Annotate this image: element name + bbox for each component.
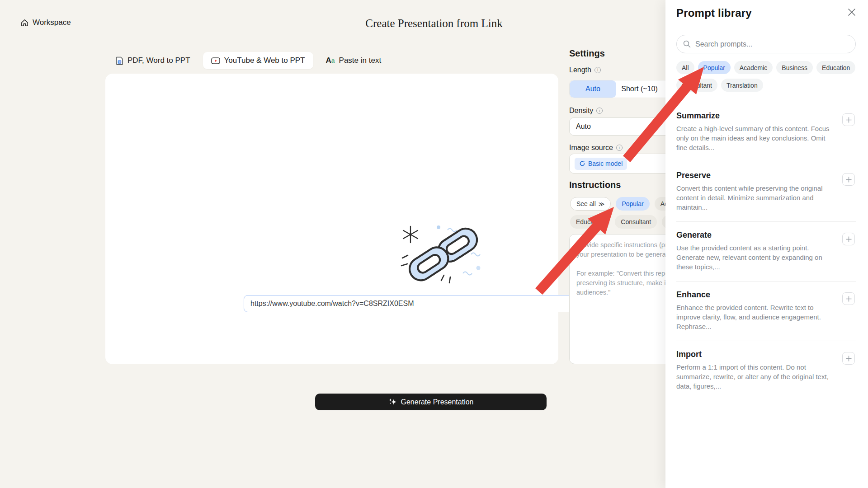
tab-label: YouTube & Web to PPT bbox=[224, 56, 305, 65]
filter-business[interactable]: Business bbox=[776, 61, 813, 74]
textarea-placeholder: Provide specific instructions (pre your … bbox=[576, 240, 675, 259]
svg-text:w: w bbox=[118, 61, 121, 63]
instructions-heading: Instructions bbox=[569, 180, 621, 190]
length-option-short[interactable]: Short (~10) bbox=[616, 80, 663, 98]
text-icon: Aa bbox=[326, 56, 335, 65]
prompt-search[interactable] bbox=[676, 35, 856, 53]
image-source-label: Image source bbox=[569, 144, 623, 152]
tab-youtube-web[interactable]: YouTube & Web to PPT bbox=[203, 52, 313, 69]
word-doc-icon: w bbox=[116, 56, 123, 65]
search-icon bbox=[683, 40, 691, 48]
prompt-description: Perform a 1:1 import of this content. Do… bbox=[676, 362, 834, 391]
link-illustration bbox=[397, 223, 483, 288]
info-icon[interactable] bbox=[594, 67, 601, 73]
prompt-item-enhance[interactable]: Enhance Enhance the provided content. Re… bbox=[676, 282, 856, 341]
sparkle-icon bbox=[388, 398, 397, 406]
prompt-library-panel: Prompt library All Popular Academic Busi… bbox=[665, 0, 868, 488]
length-label: Length bbox=[569, 66, 601, 74]
prompt-item-generate[interactable]: Generate Use the provided content as a s… bbox=[676, 222, 856, 282]
sparkle-icon bbox=[403, 226, 418, 243]
prompt-title: Summarize bbox=[676, 111, 856, 121]
settings-heading: Settings bbox=[569, 48, 605, 59]
plus-icon bbox=[846, 356, 852, 361]
filter-translation[interactable]: Translation bbox=[721, 79, 763, 92]
filter-education[interactable]: Education bbox=[816, 61, 855, 74]
prompt-description: Create a high-level summary of this cont… bbox=[676, 124, 834, 152]
add-prompt-button[interactable] bbox=[842, 292, 855, 305]
plus-icon bbox=[846, 296, 852, 302]
filter-academic[interactable]: Academic bbox=[734, 61, 773, 74]
instructions-popular-chip[interactable]: Popular bbox=[616, 197, 649, 211]
add-prompt-button[interactable] bbox=[842, 233, 855, 245]
info-icon[interactable] bbox=[616, 145, 623, 151]
tab-label: Paste in text bbox=[339, 56, 382, 65]
see-all-chevrons: ≫ bbox=[599, 201, 605, 207]
textarea-placeholder: For example: "Convert this repor preserv… bbox=[576, 269, 675, 297]
plus-icon bbox=[846, 117, 852, 123]
density-label: Density bbox=[569, 107, 603, 115]
prompt-description: Convert this content while preserving th… bbox=[676, 183, 834, 212]
source-tabs: w PDF, Word to PPT YouTube & Web to PPT … bbox=[108, 52, 389, 69]
instructions-consultant-chip[interactable]: Consultant bbox=[615, 215, 657, 229]
link-input-card bbox=[105, 74, 558, 364]
prompt-title: Enhance bbox=[676, 290, 856, 300]
prompt-item-preserve[interactable]: Preserve Convert this content while pres… bbox=[676, 162, 856, 222]
plus-icon bbox=[846, 177, 852, 183]
prompt-item-summarize[interactable]: Summarize Create a high-level summary of… bbox=[676, 103, 856, 162]
generate-button-label: Generate Presentation bbox=[401, 398, 474, 406]
youtube-icon bbox=[211, 57, 220, 64]
prompt-filters: All Popular Academic Business Education … bbox=[676, 61, 856, 92]
prompt-library-title: Prompt library bbox=[676, 7, 856, 19]
length-option-auto[interactable]: Auto bbox=[570, 80, 616, 98]
tab-paste-text[interactable]: Aa Paste in text bbox=[318, 52, 390, 69]
add-prompt-button[interactable] bbox=[842, 352, 855, 365]
add-prompt-button[interactable] bbox=[842, 113, 855, 126]
generate-presentation-button[interactable]: Generate Presentation bbox=[315, 394, 547, 410]
filter-consultant[interactable]: Consultant bbox=[676, 79, 717, 92]
prompt-title: Generate bbox=[676, 230, 856, 240]
model-chip: Basic model bbox=[575, 158, 627, 170]
info-icon[interactable] bbox=[596, 108, 603, 114]
add-prompt-button[interactable] bbox=[842, 173, 855, 186]
filter-all[interactable]: All bbox=[676, 61, 694, 74]
prompt-library-popular-filter[interactable]: Popular bbox=[698, 61, 731, 74]
prompt-description: Use the provided content as a starting p… bbox=[676, 243, 834, 272]
prompt-item-import[interactable]: Import Perform a 1:1 import of this cont… bbox=[676, 341, 856, 400]
see-all-button[interactable]: See all ≫ bbox=[570, 197, 611, 211]
close-icon[interactable] bbox=[847, 8, 856, 17]
tab-label: PDF, Word to PPT bbox=[127, 56, 190, 65]
prompt-list: Summarize Create a high-level summary of… bbox=[676, 103, 856, 400]
tab-pdf-word[interactable]: w PDF, Word to PPT bbox=[108, 52, 198, 69]
prompt-title: Preserve bbox=[676, 171, 856, 180]
search-input[interactable] bbox=[695, 40, 849, 48]
model-icon bbox=[579, 160, 585, 167]
prompt-description: Enhance the provided content. Rewrite te… bbox=[676, 303, 834, 331]
instructions-education-chip[interactable]: Education bbox=[570, 215, 610, 229]
plus-icon bbox=[846, 236, 852, 242]
prompt-title: Import bbox=[676, 350, 856, 359]
